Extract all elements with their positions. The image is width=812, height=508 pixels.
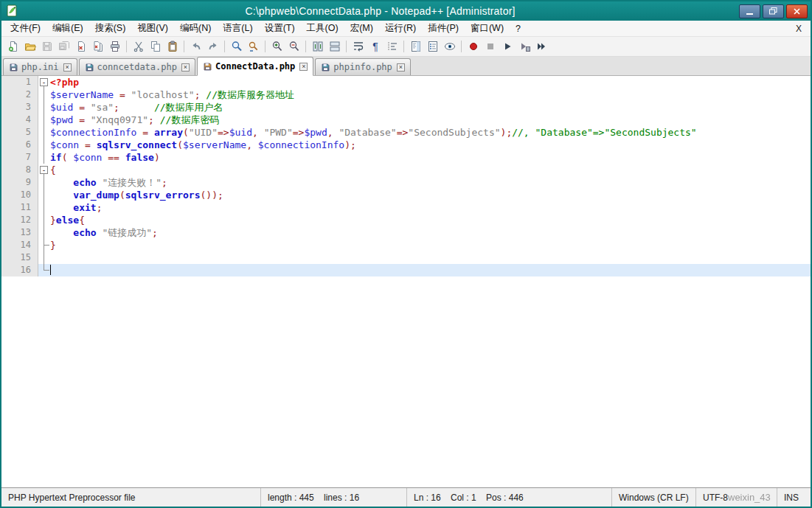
- fold-line: [44, 189, 44, 201]
- fold-margin: [38, 126, 50, 139]
- menu-item[interactable]: 插件(P): [422, 21, 465, 36]
- fold-line: [44, 101, 44, 114]
- line-number: 5: [1, 126, 38, 139]
- code-text: echo "链接成功";: [50, 226, 158, 239]
- code-text: $pwd = "Xnqq0971"; //数据库密码: [50, 114, 219, 126]
- menu-item[interactable]: 宏(M): [344, 21, 379, 36]
- menu-item[interactable]: 窗口(W): [465, 21, 510, 36]
- code-line[interactable]: 8-{: [1, 164, 811, 176]
- close-button[interactable]: [786, 4, 808, 18]
- show-all-characters-icon[interactable]: ¶: [367, 39, 383, 55]
- fold-margin: [38, 114, 50, 126]
- code-line[interactable]: 15: [1, 251, 811, 264]
- new-file-icon[interactable]: [5, 39, 21, 55]
- cut-icon[interactable]: [131, 39, 146, 55]
- play-macro-icon[interactable]: [499, 39, 515, 55]
- code-line-body: [38, 264, 811, 276]
- menu-item[interactable]: 语言(L): [217, 21, 258, 36]
- menu-item[interactable]: 视图(V): [131, 21, 174, 36]
- code-line[interactable]: 2$serverName = "localhost"; //数据库服务器地址: [1, 88, 811, 101]
- sync-horizontal-icon[interactable]: [327, 39, 342, 55]
- code-line[interactable]: 3$uid = "sa"; //数据库用户名: [1, 101, 811, 114]
- tab-php-ini[interactable]: php.ini×: [3, 58, 77, 75]
- fold-line: [44, 114, 44, 126]
- tab-close-icon[interactable]: ×: [181, 63, 190, 72]
- function-list-icon[interactable]: [425, 39, 440, 55]
- code-line[interactable]: 16: [1, 264, 811, 276]
- code-line-body: $pwd = "Xnqq0971"; //数据库密码: [38, 114, 811, 126]
- code-line[interactable]: 13 echo "链接成功";: [1, 226, 811, 239]
- fold-collapse-icon[interactable]: -: [40, 78, 48, 86]
- line-number: 2: [1, 88, 38, 101]
- close-icon: [794, 4, 800, 18]
- minimize-button[interactable]: [739, 4, 760, 18]
- fold-margin: [38, 226, 50, 239]
- copy-icon[interactable]: [148, 39, 163, 55]
- code-line[interactable]: 9 echo "连接失败！";: [1, 176, 811, 189]
- code-line[interactable]: 14}: [1, 239, 811, 251]
- code-text: {: [50, 164, 56, 176]
- menu-item[interactable]: 编码(N): [174, 21, 217, 36]
- tab-close-icon[interactable]: ×: [397, 63, 405, 72]
- replace-icon[interactable]: [246, 39, 261, 55]
- maximize-button[interactable]: [763, 4, 784, 18]
- tab-phpinfo-php[interactable]: phpinfo.php×: [315, 58, 410, 75]
- code-line[interactable]: 1-<?php: [1, 76, 811, 88]
- record-macro-icon[interactable]: [465, 39, 481, 55]
- tab-close-icon[interactable]: ×: [299, 63, 308, 71]
- fold-line: [44, 251, 44, 264]
- tab-close-icon[interactable]: ×: [63, 63, 72, 72]
- print-icon[interactable]: [107, 39, 122, 55]
- menu-item[interactable]: 搜索(S): [89, 21, 132, 36]
- code-line-body: if( $conn == false): [38, 151, 811, 164]
- svg-text:¶: ¶: [372, 41, 378, 52]
- stop-macro-icon: [482, 39, 498, 55]
- sync-vertical-icon[interactable]: [310, 39, 325, 55]
- redo-icon[interactable]: [205, 39, 221, 55]
- menu-item[interactable]: 编辑(E): [46, 21, 89, 36]
- menu-item[interactable]: 文件(F): [4, 21, 46, 36]
- titlebar[interactable]: C:\phpweb\ConnectData.php - Notepad++ [A…: [1, 1, 811, 21]
- code-line[interactable]: 12}else{: [1, 214, 811, 226]
- menu-item[interactable]: 运行(R): [379, 21, 422, 36]
- toolbar-separator: [184, 41, 184, 52]
- fold-collapse-icon[interactable]: -: [40, 166, 48, 174]
- line-number: 12: [1, 214, 38, 226]
- close-all-icon[interactable]: [90, 39, 105, 55]
- tab-conncetdata-php[interactable]: conncetdata.php×: [79, 58, 195, 75]
- menu-item[interactable]: ?: [510, 22, 527, 35]
- document-close-button[interactable]: X: [787, 24, 811, 34]
- close-file-icon[interactable]: [73, 39, 89, 55]
- fold-margin: [38, 151, 50, 164]
- code-line[interactable]: 7if( $conn == false): [1, 151, 811, 164]
- code-line-body: $conn = sqlsrv_connect($serverName, $con…: [38, 139, 811, 151]
- find-icon[interactable]: [229, 39, 244, 55]
- menu-item[interactable]: 工具(O): [301, 21, 344, 36]
- toolbar-separator: [224, 41, 225, 52]
- code-line[interactable]: 6$conn = sqlsrv_connect($serverName, $co…: [1, 139, 811, 151]
- tab-connectdata-php[interactable]: ConnectData.php×: [197, 57, 313, 76]
- line-number: 4: [1, 114, 38, 126]
- run-macro-multiple-icon[interactable]: [533, 39, 549, 55]
- editor[interactable]: 1-<?php2$serverName = "localhost"; //数据库…: [1, 76, 811, 487]
- open-file-icon[interactable]: [22, 39, 38, 55]
- zoom-out-icon[interactable]: [286, 39, 302, 55]
- save-macro-icon[interactable]: [516, 39, 532, 55]
- monitoring-icon[interactable]: [442, 39, 457, 55]
- word-wrap-icon[interactable]: [350, 39, 366, 55]
- fold-margin: [38, 101, 50, 114]
- indent-guide-icon[interactable]: [384, 39, 400, 55]
- code-line[interactable]: 10 var_dump(sqlsrv_errors());: [1, 189, 811, 201]
- code-line[interactable]: 5$connectionInfo = array("UID"=>$uid, "P…: [1, 126, 811, 139]
- code-line[interactable]: 4$pwd = "Xnqq0971"; //数据库密码: [1, 114, 811, 126]
- fold-margin: [38, 264, 50, 276]
- menu-item[interactable]: 设置(T): [259, 21, 301, 36]
- paste-icon[interactable]: [164, 39, 180, 55]
- fold-line: [44, 139, 44, 151]
- document-map-icon[interactable]: [408, 39, 423, 55]
- undo-icon[interactable]: [188, 39, 204, 55]
- status-doc-type: PHP Hypertext Preprocessor file: [1, 488, 261, 507]
- code-text: <?php: [50, 76, 79, 88]
- zoom-in-icon[interactable]: [269, 39, 285, 55]
- code-line[interactable]: 11 exit;: [1, 201, 811, 214]
